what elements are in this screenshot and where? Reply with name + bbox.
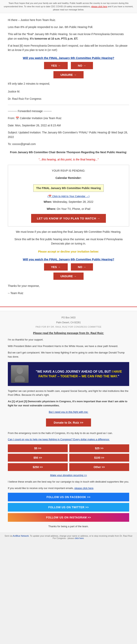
footer-address-2: Palm Desert, CA 92261 (8, 321, 129, 324)
para4: It'll only take 2 minutes to respond, (8, 82, 129, 86)
paid-by: PAID FOR BY DR. RAUL RUIZ FOR CONGRESS C… (8, 326, 129, 328)
let-us-know-button[interactable]: LET US KNOW IF YOU PLAN TO WATCH → (31, 214, 106, 223)
footer-f3: But we can't get complacent. We have to … (8, 351, 129, 359)
count-on-you-link[interactable]: Can I count on you to help me keep fight… (8, 438, 110, 441)
when-line: When: Wednesday, September 28, 2022 (12, 200, 125, 204)
forwarded-subject: Subject: Updated Invitation: The January… (8, 130, 129, 139)
calendar-event-box: The FINAL January 6th Committee Public H… (33, 184, 104, 192)
greeting: Hi there – Justice here from Team Ruiz. (8, 18, 129, 22)
calendar-reminder-title: Calendar Reminder: (12, 176, 125, 180)
donate-btn-row: Donate to Dr. Ruiz >> (8, 416, 129, 428)
footer-address-1: PO Box 3433 (8, 316, 129, 320)
rsvp-label: YOUR RSVP IS PENDING: (12, 168, 125, 173)
calendar-add-link[interactable]: (📅 Click to Add to Your Calendar →) (48, 195, 89, 198)
footer-f10: If you would like to receive only our mo… (8, 486, 129, 490)
btn-row-2: YES → NO → (8, 263, 129, 270)
donate-other-btn[interactable]: Other >> (69, 463, 129, 471)
svg-point-0 (17, 367, 23, 374)
facebook-button[interactable]: FOLLOW US ON FACEBOOK >> (8, 493, 129, 501)
let-us-know-row: LET US KNOW IF YOU PLAN TO WATCH → (12, 214, 125, 223)
section-text1: We must know if you plan on watching the… (8, 230, 129, 234)
footer-f4: Together we can protect access to health… (8, 389, 129, 397)
footer-section: PO Box 3433 Palm Desert, CA 92261 PAID F… (0, 311, 137, 532)
thanks-team: Thanks for being a part of the team. (8, 525, 129, 528)
accept-decline-text: Please accept or decline your invitation… (8, 250, 129, 254)
btn-row-1: YES → NO → (8, 62, 129, 69)
footer-f10-start: If you would like to receive only our mo… (8, 487, 74, 490)
cta-link-2[interactable]: Will you watch the FINAL January 6th Com… (8, 257, 129, 261)
donation-grid: $5 >> $25 >> $50 >> $100 >> $250 >> Othe… (8, 444, 129, 471)
instagram-button[interactable]: FOLLOW US ON INSTAGRAM >> (8, 513, 129, 522)
red-divider (0, 306, 137, 307)
twitter-button[interactable]: FOLLOW US ON TWITTER >> (8, 503, 129, 512)
quote-text-block: "WE HAVE A LONG JOURNEY AHEAD OF US, BUT… (32, 369, 126, 379)
when-label: When: (44, 200, 52, 203)
quote-image-box: "WE HAVE A LONG JOURNEY AHEAD OF US, BUT… (8, 362, 129, 386)
footer-f2: With President Biden and Vice President … (8, 344, 129, 348)
unsure-button-2[interactable]: UNSURE → (53, 272, 84, 280)
donate-250-btn[interactable]: $250 >> (8, 463, 68, 471)
no-button-2[interactable]: NO → (71, 263, 93, 270)
thanks-text: Thanks for your response, (8, 284, 129, 288)
yes-button-2[interactable]: YES → (44, 263, 68, 270)
team-sig: -- Team Ruiz (8, 291, 129, 295)
forwarded-from: From: 📅 Calendar Invitation (via Team Ru… (8, 116, 129, 120)
forwarded-to: To: xxxxxx@gmail.com (8, 142, 129, 146)
when-where-block: When: Wednesday, September 28, 2022 Wher… (12, 200, 125, 211)
svg-point-1 (15, 376, 25, 382)
no-button-1[interactable]: NO → (71, 62, 93, 69)
section-text2: Since this will be the first public hear… (8, 237, 129, 246)
donate-button[interactable]: Donate to Dr. Ruiz >> (46, 418, 91, 426)
sig-line2: Dr. Raul Ruiz For Congress (8, 96, 129, 101)
bottom-text-start: Sent via (5, 535, 13, 537)
unsure-button-1[interactable]: UNSURE → (53, 71, 84, 78)
footer-f10-end: . (93, 487, 94, 490)
main-content: Hi there – Justice here from Team Ruiz. … (0, 13, 137, 303)
donate-50-btn[interactable]: $50 >> (8, 454, 68, 462)
bottom-footer: Sent via ActBlue Network. To update your… (0, 532, 137, 541)
big-heading: From January 6th Committee Chair Bennie … (8, 150, 129, 154)
divider-1 (8, 105, 129, 105)
donate-25-btn[interactable]: $25 >> (69, 444, 129, 452)
where-line: Where: On Your TV, Phone, or iPad (12, 207, 125, 211)
quote-end: " (118, 374, 119, 378)
quote-text-main: "WE HAVE A LONG JOURNEY AHEAD OF US, BUT (36, 370, 112, 373)
cta-link-1[interactable]: Will you watch the FINAL January 6th Com… (8, 56, 129, 60)
recurring-link[interactable]: Make your donation recurring >> (8, 474, 129, 477)
only-important-link[interactable]: please click here (74, 487, 93, 490)
banner-link1[interactable]: please click here (91, 5, 107, 8)
footer-f6-link: But I need you in this fight with me: (8, 410, 129, 414)
donate-100-btn[interactable]: $100 >> (69, 454, 129, 462)
sig-line1: Justice M. (8, 89, 129, 94)
yes-button-1[interactable]: YES → (44, 62, 68, 69)
footer-f8: Can I count on you to help me keep fight… (8, 438, 129, 442)
para2: This will be the *final* January 6th Pub… (8, 32, 129, 41)
where-value: On Your TV, Phone, or iPad (57, 207, 90, 210)
avatar-placeholder (11, 365, 29, 383)
unsubscribe-link[interactable]: click here (75, 537, 84, 540)
when-value: Wednesday, September 28, 2022 (53, 200, 93, 203)
red-quote: "...this hearing, at this point, is the … (8, 157, 129, 162)
calendar-event-text: The FINAL January 6th Committee Public H… (36, 186, 101, 190)
footer-f7: From the emergency room to the halls of … (8, 431, 129, 435)
fight-with-me-link[interactable]: But I need you in this fight with me: (49, 410, 88, 414)
where-label: Where: (47, 207, 56, 210)
para2-bold: It's tomorrow at 10 a.m. PT/1 p.m. ET. (30, 37, 78, 40)
footer-f9: I believe these emails are the best way … (8, 480, 129, 484)
btn-row-unsure-1: UNSURE → (8, 71, 129, 78)
btn-row-unsure-2: UNSURE → (8, 272, 129, 280)
top-banner: Team Ruiz hopes that you and your family… (0, 0, 137, 13)
para3: If at least [6] more Pennsylvania Democr… (8, 44, 129, 52)
footer-f1: I'm so thankful for your support. (8, 338, 129, 342)
please-read: Please read the following message from D… (8, 332, 129, 335)
actblue-link[interactable]: ActBlue Network (13, 535, 29, 537)
forwarded-date: Date: Mon, September 26, 2022 at 8:15 AM (8, 123, 129, 128)
bottom-text3: . (84, 537, 84, 540)
donate-5-btn[interactable]: $5 >> (8, 444, 68, 452)
calendar-add-row: (📅 Click to Add to Your Calendar →) (12, 194, 125, 198)
forwarded-header: ---------- Forwarded message --------- (8, 109, 129, 113)
para1: Less than 8% of people responded to our … (8, 25, 129, 29)
footer-f5: As [1] of just [3] Democratic physicians… (8, 400, 129, 408)
rsvp-box: YOUR RSVP IS PENDING: Calendar Reminder:… (8, 165, 129, 226)
signature-block: Justice M. Dr. Raul Ruiz For Congress (8, 89, 129, 101)
